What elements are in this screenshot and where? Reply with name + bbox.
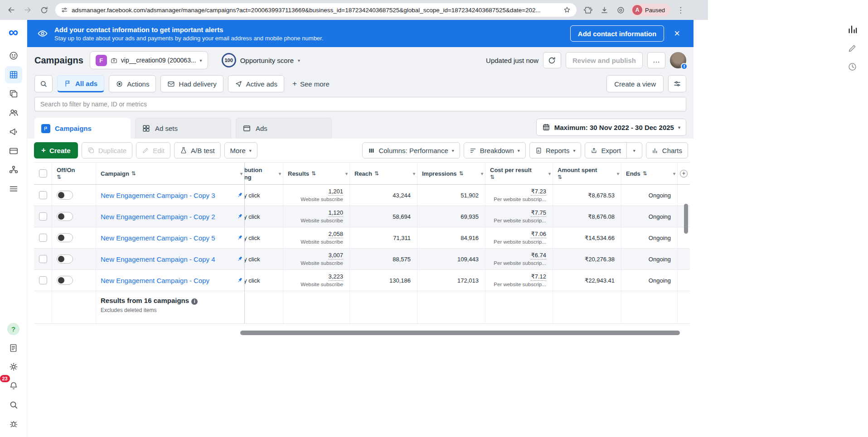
browser-menu-icon[interactable]: ⋮ bbox=[673, 5, 688, 15]
browser-profile-chip[interactable]: A Paused bbox=[631, 4, 670, 16]
banner-close-icon[interactable]: × bbox=[670, 29, 684, 38]
tab-campaigns[interactable]: Campaigns bbox=[34, 118, 131, 139]
notifications-button[interactable]: 23 bbox=[5, 377, 22, 394]
column-header-reach[interactable]: Reach ⇅ ▾ bbox=[350, 163, 417, 184]
report-bug-button[interactable] bbox=[5, 415, 22, 432]
nav-docs[interactable] bbox=[5, 339, 22, 356]
columns-button[interactable]: Columns: Performance ▾ bbox=[362, 142, 460, 158]
filter-pill-active-ads[interactable]: Active ads bbox=[228, 75, 284, 92]
create-view-button[interactable]: Create a view bbox=[606, 75, 664, 92]
download-icon[interactable] bbox=[596, 2, 612, 18]
nav-ads-reporting[interactable] bbox=[5, 123, 22, 140]
reports-button[interactable]: Reports ▾ bbox=[529, 142, 582, 158]
column-header-impressions[interactable]: Impressions ⇅ ▾ bbox=[417, 163, 485, 184]
bookmark-star-icon[interactable] bbox=[563, 6, 571, 14]
campaign-name-link[interactable]: New Engagement Campaign - Copy 5 bbox=[101, 234, 215, 242]
cost-per-result-value[interactable]: ₹7.12 bbox=[531, 274, 546, 281]
more-options-button[interactable]: … bbox=[647, 52, 665, 68]
results-value[interactable]: 2,058 bbox=[328, 231, 343, 238]
duplicate-button[interactable]: Duplicate bbox=[82, 142, 133, 158]
nav-business-settings[interactable] bbox=[5, 161, 22, 178]
address-bar[interactable]: adsmanager.facebook.com/adsmanager/manag… bbox=[55, 3, 577, 17]
view-settings-button[interactable] bbox=[668, 75, 686, 92]
tab-ads[interactable]: Ads bbox=[236, 118, 332, 139]
select-all-checkbox[interactable] bbox=[39, 169, 47, 178]
create-button[interactable]: + Create bbox=[34, 142, 78, 158]
browser-extra-icon[interactable] bbox=[613, 2, 628, 18]
chevron-down-icon[interactable]: ▾ bbox=[548, 171, 551, 176]
campaign-name-link[interactable]: New Engagement Campaign - Copy 2 bbox=[101, 213, 215, 221]
campaign-toggle[interactable] bbox=[57, 191, 73, 200]
campaign-toggle[interactable] bbox=[57, 255, 73, 264]
row-checkbox[interactable] bbox=[39, 212, 47, 221]
review-publish-button[interactable]: Review and publish bbox=[566, 52, 643, 68]
chevron-down-icon[interactable]: ▾ bbox=[413, 171, 415, 176]
vertical-scrollbar[interactable] bbox=[684, 204, 688, 234]
nav-all-tools[interactable] bbox=[5, 180, 22, 197]
account-selector[interactable]: F vip__creation09 (200063... ▾ bbox=[90, 51, 208, 69]
export-menu-button[interactable]: ▾ bbox=[627, 142, 642, 158]
cost-per-result-value[interactable]: ₹6.74 bbox=[531, 252, 546, 259]
chevron-down-icon[interactable]: ▾ bbox=[673, 171, 675, 176]
charts-panel-icon[interactable] bbox=[847, 24, 857, 34]
cost-per-result-value[interactable]: ₹7.23 bbox=[531, 188, 546, 196]
column-header-ends[interactable]: Ends ⇅ ▾ bbox=[621, 163, 678, 184]
nav-campaigns[interactable] bbox=[5, 66, 22, 83]
meta-logo[interactable]: ∞ bbox=[9, 25, 18, 39]
filter-pill-actions[interactable]: Actions bbox=[109, 75, 156, 92]
campaign-name-link[interactable]: New Engagement Campaign - Copy 3 bbox=[101, 192, 215, 199]
settings-button[interactable] bbox=[5, 358, 22, 375]
global-search-button[interactable] bbox=[5, 396, 22, 413]
results-value[interactable]: 1,120 bbox=[328, 210, 343, 217]
campaign-toggle[interactable] bbox=[57, 233, 73, 242]
column-header-attribution[interactable]: Attribution setting ▾ bbox=[245, 163, 283, 184]
campaign-toggle[interactable] bbox=[57, 276, 73, 285]
chevron-down-icon[interactable]: ▾ bbox=[240, 171, 242, 176]
opportunity-score[interactable]: 100 Opportunity score ▾ bbox=[222, 53, 300, 67]
nav-pages[interactable] bbox=[5, 85, 22, 102]
column-header-results[interactable]: Results ⇅ ▾ bbox=[283, 163, 350, 184]
breakdown-button[interactable]: Breakdown ▾ bbox=[464, 142, 526, 158]
chevron-down-icon[interactable]: ▾ bbox=[617, 171, 619, 176]
horizontal-scrollbar[interactable] bbox=[240, 331, 680, 335]
add-contact-info-button[interactable]: Add contact information bbox=[570, 25, 664, 42]
charts-button[interactable]: Charts bbox=[646, 142, 688, 158]
site-settings-icon[interactable] bbox=[61, 6, 68, 14]
nav-billing[interactable] bbox=[5, 142, 22, 159]
info-icon[interactable]: i bbox=[191, 298, 198, 305]
edit-panel-icon[interactable] bbox=[848, 43, 857, 53]
extensions-icon[interactable] bbox=[580, 2, 596, 18]
date-range-selector[interactable]: Maximum: 30 Nov 2022 - 30 Dec 2025 ▾ bbox=[536, 119, 686, 136]
filter-pill-all-ads[interactable]: All ads bbox=[57, 75, 104, 92]
results-value[interactable]: 1,201 bbox=[328, 188, 343, 196]
url-text[interactable]: adsmanager.facebook.com/adsmanager/manag… bbox=[72, 7, 559, 14]
row-checkbox[interactable] bbox=[39, 255, 47, 263]
cost-per-result-value[interactable]: ₹7.06 bbox=[531, 231, 546, 238]
campaign-toggle[interactable] bbox=[57, 212, 73, 221]
chevron-down-icon[interactable]: ▾ bbox=[481, 171, 483, 176]
nav-audiences[interactable] bbox=[5, 104, 22, 121]
help-button[interactable]: ? bbox=[5, 320, 22, 337]
refresh-button[interactable] bbox=[543, 52, 561, 68]
column-header-cost-per-result[interactable]: Cost per result ⇅ ▾ bbox=[485, 163, 553, 184]
filter-search-button[interactable] bbox=[34, 75, 53, 92]
chevron-down-icon[interactable]: ▾ bbox=[279, 171, 281, 176]
forward-button[interactable] bbox=[20, 2, 35, 18]
search-input[interactable] bbox=[34, 97, 686, 111]
see-more-button[interactable]: + See more bbox=[289, 79, 333, 88]
more-button[interactable]: More ▾ bbox=[224, 142, 257, 158]
column-header-off-on[interactable]: Off/On ⇅ bbox=[52, 163, 96, 184]
campaign-name-link[interactable]: New Engagement Campaign - Copy bbox=[101, 277, 209, 284]
back-button[interactable] bbox=[4, 2, 19, 18]
column-header-campaign[interactable]: Campaign ⇅ ▾ bbox=[96, 163, 245, 184]
tab-ad-sets[interactable]: Ad sets bbox=[135, 118, 231, 139]
row-checkbox[interactable] bbox=[39, 234, 47, 242]
results-value[interactable]: 3,223 bbox=[328, 274, 343, 281]
row-checkbox[interactable] bbox=[39, 276, 47, 284]
reload-button[interactable] bbox=[36, 2, 52, 18]
row-checkbox[interactable] bbox=[39, 191, 47, 199]
nav-account-overview[interactable] bbox=[5, 47, 22, 64]
history-panel-icon[interactable] bbox=[848, 62, 857, 72]
filter-pill-had-delivery[interactable]: Had delivery bbox=[160, 75, 223, 92]
user-avatar[interactable]: f bbox=[670, 52, 686, 68]
